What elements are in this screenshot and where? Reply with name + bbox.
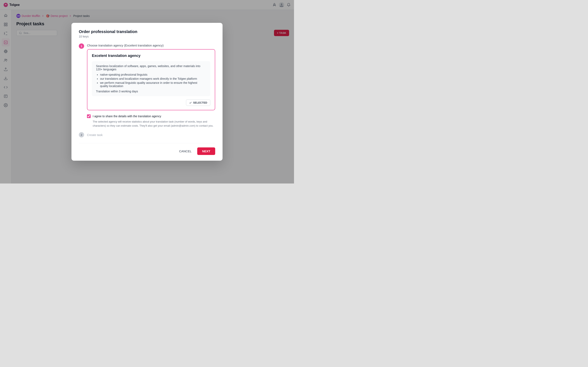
agency-feature-3: we perform manual linguistic quality ass…	[100, 81, 206, 88]
step-1-content: Choose translation agency (Excelent tran…	[87, 43, 215, 128]
modal-title: Order professional translation	[79, 29, 215, 34]
checkbox-section: I agree to share the details with the tr…	[87, 114, 215, 128]
agree-checkbox[interactable]	[87, 114, 91, 118]
modal-footer: CANCEL NEXT	[79, 143, 215, 155]
modal-subtitle: 10 keys	[79, 35, 215, 38]
step-2-number: 2	[79, 132, 84, 137]
cancel-button[interactable]: CANCEL	[176, 148, 195, 155]
agency-turnaround: Translation within 3 working days	[96, 90, 206, 93]
agency-features-list: native-speaking professional linguists o…	[96, 73, 206, 88]
step-1-number: 1	[79, 43, 84, 49]
agency-card: Excelent translation agency Seamless loc…	[87, 49, 215, 110]
agency-name: Excelent translation agency	[92, 54, 210, 58]
selected-button[interactable]: SELECTED	[186, 100, 210, 106]
checkbox-description: The selected agency will receive statist…	[93, 120, 215, 128]
modal: Order professional translation 10 keys 1…	[71, 23, 223, 161]
step-1: 1 Choose translation agency (Excelent tr…	[79, 43, 215, 128]
agency-footer: SELECTED	[92, 100, 210, 106]
selected-label: SELECTED	[193, 101, 207, 104]
step-2-label: Create task	[87, 133, 103, 137]
step-2: 2 Create task	[79, 132, 215, 137]
agency-description-box: Seamless localization of software, apps,…	[92, 61, 210, 96]
next-button[interactable]: NEXT	[197, 147, 215, 155]
agency-feature-2: our translators and localization manager…	[100, 77, 206, 80]
modal-overlay: Order professional translation 10 keys 1…	[0, 0, 294, 184]
check-icon	[189, 101, 192, 104]
agency-feature-1: native-speaking professional linguists	[100, 73, 206, 76]
step-1-label: Choose translation agency (Excelent tran…	[87, 43, 215, 47]
checkbox-row: I agree to share the details with the tr…	[87, 114, 215, 118]
checkbox-label: I agree to share the details with the tr…	[93, 115, 161, 118]
agency-description: Seamless localization of software, apps,…	[96, 64, 206, 71]
